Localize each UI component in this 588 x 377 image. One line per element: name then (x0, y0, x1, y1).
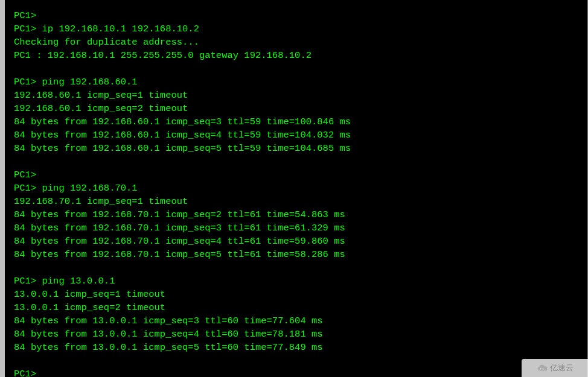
terminal-window[interactable]: PC1>PC1> ip 192.168.10.1 192.168.10.2Che… (0, 0, 588, 377)
terminal-line: PC1> ip 192.168.10.1 192.168.10.2 (14, 22, 587, 36)
terminal-line: PC1> ping 192.168.70.1 (14, 182, 587, 195)
terminal-line: PC1 : 192.168.10.1 255.255.255.0 gateway… (14, 49, 587, 62)
terminal-line: 84 bytes from 192.168.70.1 icmp_seq=2 tt… (14, 208, 587, 221)
terminal-line: PC1> (14, 9, 587, 22)
terminal-line: 84 bytes from 192.168.70.1 icmp_seq=3 tt… (14, 221, 587, 235)
terminal-line: PC1> ping 192.168.60.1 (14, 75, 587, 89)
svg-point-0 (540, 369, 541, 370)
terminal-line (14, 354, 587, 367)
terminal-line (14, 62, 587, 75)
terminal-line: PC1> ping 13.0.0.1 (14, 274, 587, 288)
terminal-line: 84 bytes from 13.0.0.1 icmp_seq=3 ttl=60… (14, 314, 587, 328)
terminal-line: 84 bytes from 192.168.70.1 icmp_seq=5 tt… (14, 248, 587, 261)
watermark-text: 亿速云 (550, 363, 574, 373)
terminal-line: 84 bytes from 192.168.60.1 icmp_seq=3 tt… (14, 115, 587, 128)
terminal-line: 84 bytes from 192.168.60.1 icmp_seq=5 tt… (14, 142, 587, 155)
terminal-line: 13.0.0.1 icmp_seq=2 timeout (14, 301, 587, 314)
terminal-line: 84 bytes from 192.168.70.1 icmp_seq=4 tt… (14, 235, 587, 248)
terminal-line: 192.168.60.1 icmp_seq=1 timeout (14, 89, 587, 102)
watermark-badge: 亿速云 (522, 359, 588, 377)
terminal-line: 84 bytes from 13.0.0.1 icmp_seq=5 ttl=60… (14, 341, 587, 354)
terminal-line: 192.168.70.1 icmp_seq=1 timeout (14, 195, 587, 208)
svg-point-1 (542, 369, 543, 370)
terminal-line: PC1> (14, 367, 587, 377)
cloud-icon (537, 363, 548, 373)
terminal-line: PC1> (14, 168, 587, 182)
terminal-line (14, 261, 587, 274)
terminal-line: 84 bytes from 192.168.60.1 icmp_seq=4 tt… (14, 128, 587, 142)
terminal-line (14, 155, 587, 168)
terminal-output: PC1>PC1> ip 192.168.10.1 192.168.10.2Che… (14, 9, 587, 377)
terminal-line: 13.0.0.1 icmp_seq=1 timeout (14, 288, 587, 301)
terminal-line: Checking for duplicate address... (14, 36, 587, 49)
terminal-line: 84 bytes from 13.0.0.1 icmp_seq=4 ttl=60… (14, 328, 587, 341)
terminal-line: 192.168.60.1 icmp_seq=2 timeout (14, 102, 587, 115)
